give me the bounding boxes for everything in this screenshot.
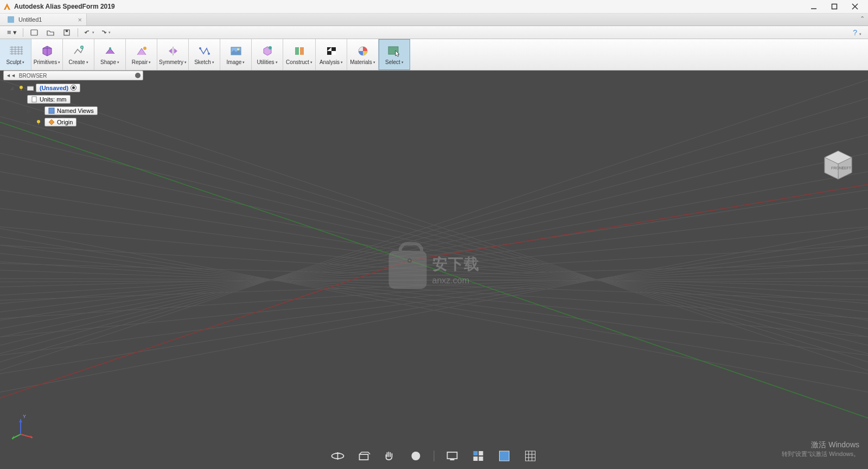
menu-button[interactable]: ≡ ▾ — [4, 27, 20, 38]
quick-access-toolbar: ≡ ▾ ▾ ▾ ? ▾ — [0, 26, 868, 39]
ribbon-sketch[interactable]: Sketch — [189, 39, 220, 70]
ribbon-label: Sculpt — [7, 59, 25, 65]
svg-rect-87 — [49, 108, 54, 113]
ribbon-shape[interactable]: Shape — [94, 39, 126, 70]
visibility-icon[interactable] — [17, 84, 25, 92]
app-logo-icon — [3, 3, 11, 10]
ribbon-analysis[interactable]: Analysis — [316, 39, 347, 70]
tab-expand-icon[interactable]: ⌃ — [860, 15, 865, 22]
svg-rect-71 — [448, 452, 457, 459]
create-icon — [72, 44, 86, 58]
help-button[interactable]: ? ▾ — [851, 28, 864, 37]
image-icon — [229, 44, 243, 58]
ribbon-label: Construct — [286, 59, 312, 65]
separator — [23, 28, 23, 37]
construct-icon — [292, 44, 307, 58]
grid-canvas — [0, 71, 868, 469]
undo-button[interactable]: ▾ — [81, 27, 97, 38]
zoom-button[interactable] — [408, 449, 424, 462]
activation-line1: 激活 Windows — [782, 440, 860, 450]
ribbon-sculpt[interactable]: Sculpt — [0, 39, 31, 70]
ribbon-create[interactable]: Create — [63, 39, 94, 70]
document-tab[interactable]: Untitled1 × — [0, 14, 87, 26]
ribbon-construct[interactable]: Construct — [283, 39, 316, 70]
active-indicator-icon[interactable] — [71, 85, 76, 91]
ribbon-symmetry[interactable]: Symmetry — [157, 39, 189, 70]
svg-text:Y: Y — [23, 414, 26, 419]
tree-node[interactable]: Units: mm — [27, 95, 71, 104]
maximize-button[interactable] — [829, 1, 840, 12]
tree-node[interactable]: Origin — [44, 118, 76, 126]
new-file-button[interactable] — [27, 27, 42, 38]
ribbon-primitives[interactable]: Primitives — [31, 39, 63, 70]
svg-rect-73 — [474, 451, 478, 455]
tree-node[interactable]: Named Views — [44, 106, 98, 115]
ribbon-label: Symmetry — [159, 59, 187, 65]
browser-header[interactable]: ◄◄ BROWSER — [3, 71, 143, 80]
save-button[interactable] — [59, 27, 74, 38]
tree-units-row[interactable]: Units: mm — [10, 94, 143, 104]
ribbon-label: Repair — [132, 59, 151, 65]
display-settings-button[interactable] — [444, 449, 461, 462]
svg-rect-85 — [27, 86, 34, 91]
ribbon-repair[interactable]: Repair — [126, 39, 157, 70]
pin-icon[interactable] — [135, 73, 141, 78]
expand-icon[interactable]: ▷ — [27, 119, 33, 125]
window-controls — [808, 1, 860, 12]
ribbon-image[interactable]: Image — [220, 39, 252, 70]
repair-icon — [135, 44, 149, 58]
svg-point-9 — [143, 47, 146, 50]
collapse-icon[interactable]: ◄◄ — [6, 73, 16, 78]
svg-rect-69 — [360, 454, 368, 460]
tree-node[interactable]: (Unsaved) — [36, 84, 80, 92]
activation-line2: 转到"设置"以激活 Windows。 — [782, 450, 860, 458]
visibility-icon[interactable] — [35, 118, 42, 126]
folder-icon — [27, 85, 34, 91]
axis-gizmo: Y — [9, 414, 36, 441]
symmetry-icon — [166, 44, 180, 58]
minimize-button[interactable] — [808, 1, 819, 12]
origin-icon — [48, 119, 55, 125]
separator — [78, 28, 78, 37]
view-cube[interactable]: FRONT LEFT — [819, 147, 857, 185]
svg-rect-72 — [450, 459, 455, 460]
ribbon-label: Select — [385, 59, 404, 65]
document-tab-bar: Untitled1 × ⌃ — [0, 14, 868, 26]
viewport[interactable]: 安下载 anxz.com FRONT LEFT Y — [0, 71, 868, 469]
expand-icon[interactable]: ▷ — [27, 108, 33, 113]
svg-point-8 — [109, 47, 111, 49]
svg-rect-16 — [300, 47, 304, 55]
tree-named-views-row[interactable]: ▷ Named Views — [10, 105, 143, 116]
grid-toggle-button[interactable] — [522, 449, 539, 462]
node-label: Named Views — [57, 107, 94, 114]
materials-icon — [356, 44, 370, 58]
svg-rect-75 — [474, 457, 478, 461]
views-icon — [48, 107, 55, 114]
svg-rect-86 — [32, 97, 36, 102]
title-bar: Autodesk Alias SpeedForm 2019 — [0, 0, 868, 14]
redo-button[interactable]: ▾ — [98, 27, 113, 38]
ribbon-utilities[interactable]: Utilities — [252, 39, 283, 70]
look-at-button[interactable] — [356, 449, 372, 462]
pan-button[interactable] — [382, 449, 398, 462]
svg-rect-76 — [479, 457, 483, 461]
analysis-icon — [324, 44, 339, 58]
tab-close-icon[interactable]: × — [78, 16, 82, 24]
svg-point-70 — [412, 452, 420, 460]
tree-origin-row[interactable]: ▷ Origin — [10, 117, 143, 127]
open-file-button[interactable] — [43, 27, 58, 38]
orbit-button[interactable] — [330, 449, 346, 462]
browser-tree: ◢ (Unsaved) Units: mm ▷ Named Views ▷ — [3, 80, 143, 127]
grid-layout-button[interactable] — [470, 449, 487, 462]
ribbon-label: Shape — [100, 59, 119, 65]
single-view-button[interactable] — [496, 449, 513, 462]
close-button[interactable] — [850, 1, 860, 12]
tree-root-row[interactable]: ◢ (Unsaved) — [10, 83, 143, 93]
tab-label: Untitled1 — [18, 16, 42, 23]
utilities-icon — [260, 44, 275, 58]
expand-icon[interactable]: ◢ — [10, 85, 15, 91]
ribbon-materials[interactable]: Materials — [347, 39, 379, 70]
ribbon-select[interactable]: Select — [379, 39, 410, 70]
sketch-icon — [197, 44, 212, 58]
document-icon — [8, 16, 14, 23]
